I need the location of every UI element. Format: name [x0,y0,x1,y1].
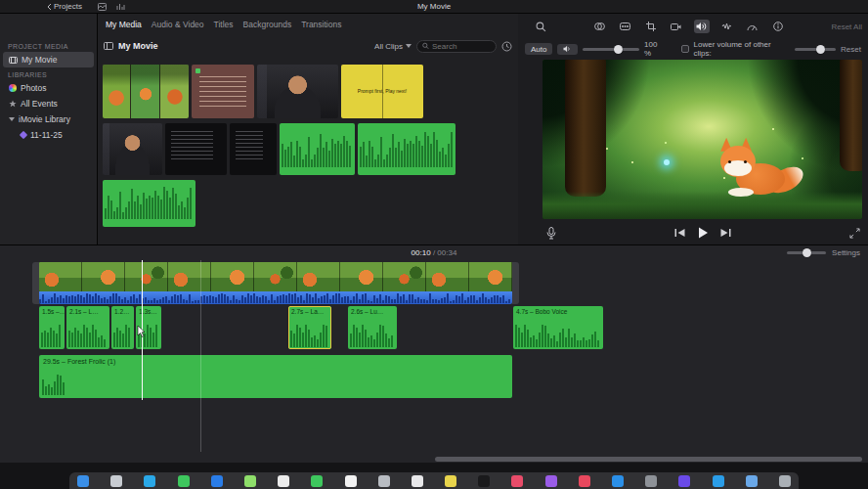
audio-meters-icon[interactable] [116,3,125,11]
thumb-text-clip[interactable] [192,65,254,118]
search-box[interactable] [416,40,497,53]
dock-reminders-icon[interactable] [412,475,423,487]
search-input[interactable] [432,42,491,51]
previous-button[interactable] [673,228,685,238]
dock-safari-icon[interactable] [144,475,155,487]
audio-clip[interactable]: 4.7s – Bobo Voice [513,306,603,349]
thumb-fox-clip[interactable] [103,65,189,118]
tab-backgrounds[interactable]: Backgrounds [243,20,292,29]
dock-imovie-icon[interactable] [678,475,690,487]
browser-title: My Movie [118,41,158,51]
sidebar-toggle-icon[interactable] [104,42,113,50]
clip-filter-label: All Clips [374,42,403,51]
dock-launchpad-icon[interactable] [110,475,122,487]
dock-settings-icon[interactable] [645,475,657,487]
thumb-screen-clip[interactable] [230,123,277,175]
volume-slider[interactable] [583,48,639,51]
film-frame [82,262,125,291]
lower-volume-slider[interactable] [795,48,836,51]
tab-transitions[interactable]: Transitions [301,20,341,29]
dock-music-icon[interactable] [511,475,523,487]
dock-mail-icon[interactable] [211,475,223,487]
disclosure-triangle-icon[interactable] [9,117,15,121]
audio-clip[interactable]: 1.2… [111,306,134,349]
zoom-slider[interactable] [787,251,826,254]
filmstrip[interactable] [39,262,512,291]
sidebar-item-photos[interactable]: Photos [3,80,94,96]
color-balance-icon[interactable] [592,20,608,33]
lower-volume-knob[interactable] [816,45,825,54]
thumb-audio-clip[interactable] [280,123,355,175]
auto-button[interactable]: Auto [525,43,552,55]
zoom-slider-knob[interactable] [803,248,811,257]
clip-duration-icon[interactable] [501,41,512,52]
volume-controls: Auto 100 % Lower volume of other clips: … [518,39,868,59]
audio-clip[interactable]: 2.1s – L… [66,306,109,349]
back-to-projects-button[interactable]: Projects [47,2,82,11]
waveform [39,292,512,303]
dock-photos-icon[interactable] [278,475,289,487]
dock-messages-icon[interactable] [178,475,190,487]
color-correction-icon[interactable] [618,20,633,33]
audio-clip[interactable]: 2.6s – Lu… [348,306,397,349]
dock-keynote-icon[interactable] [713,475,724,487]
thumb-person-clip[interactable] [257,65,338,118]
dock-appstore-icon[interactable] [612,475,624,487]
dock-facetime-icon[interactable] [311,475,323,487]
total-time: 00:34 [437,248,456,257]
dock-trash-icon[interactable] [779,475,791,487]
clip-label: 4.7s – Bobo Voice [513,306,603,317]
audio-clip-selected[interactable]: 2.7s – La… [288,306,331,349]
background-music-clip[interactable]: 29.5s – Forest Frolic (1) [39,355,512,398]
zoom-icon[interactable] [536,22,546,32]
tab-my-media[interactable]: My Media [106,20,142,29]
movie-end-cap [512,262,519,304]
window-title: My Movie [417,2,451,11]
sidebar-item-imovie-library[interactable]: iMovie Library [3,111,94,127]
crop-icon[interactable] [643,20,659,33]
thumb-person-clip[interactable] [103,123,162,175]
noise-reduction-icon[interactable] [719,20,735,33]
video-audio-track[interactable] [39,291,512,304]
stabilization-icon[interactable] [669,20,684,33]
thumb-audio-clip[interactable] [103,180,195,227]
play-button[interactable] [697,227,708,239]
voiceover-mic-icon[interactable] [546,227,556,240]
media-browser-icon[interactable] [98,3,107,11]
dock-finder-icon[interactable] [77,475,89,487]
next-button[interactable] [719,228,731,238]
speed-icon[interactable] [745,20,760,33]
dock-news-icon[interactable] [579,475,590,487]
dock-tv-icon[interactable] [478,475,490,487]
dock-contacts-icon[interactable] [378,475,390,487]
sidebar-item-event[interactable]: 11-11-25 [3,127,94,143]
thumb-screen-clip[interactable] [165,123,227,175]
volume-slider-knob[interactable] [614,45,623,54]
dock-maps-icon[interactable] [244,475,256,487]
volume-reset-button[interactable]: Reset [841,45,861,54]
timeline[interactable]: 00:10 / 00:34 Settings 1.5s –… 2.1s – L… [0,244,868,463]
reset-all-button[interactable]: Reset All [831,22,862,31]
settings-button[interactable]: Settings [832,248,860,257]
dock-notes-icon[interactable] [445,475,456,487]
clip-filter-dropdown[interactable]: All Clips [374,42,412,51]
tab-titles[interactable]: Titles [214,20,234,29]
dock-calendar-icon[interactable] [345,475,357,487]
speaker-button[interactable] [557,44,578,55]
fullscreen-icon[interactable] [849,228,860,239]
audio-clip[interactable]: 1.5s –… [39,306,65,349]
inspector-toolbar: Reset All [518,14,868,39]
dock-folder-icon[interactable] [746,475,758,487]
video-track[interactable] [39,262,512,304]
sidebar-item-my-movie[interactable]: My Movie [3,52,94,67]
lower-volume-checkbox[interactable] [681,45,689,53]
horizontal-scrollbar[interactable] [435,457,862,462]
info-icon[interactable] [770,20,786,33]
thumb-audio-clip[interactable] [358,123,456,175]
thumb-title-clip[interactable]: Prompt first, Play next! [341,65,423,118]
volume-icon[interactable] [694,20,710,33]
sidebar-item-all-events[interactable]: All Events [3,96,94,111]
dock-podcasts-icon[interactable] [545,475,557,487]
tab-audio-video[interactable]: Audio & Video [152,20,204,29]
viewer[interactable] [542,60,862,219]
